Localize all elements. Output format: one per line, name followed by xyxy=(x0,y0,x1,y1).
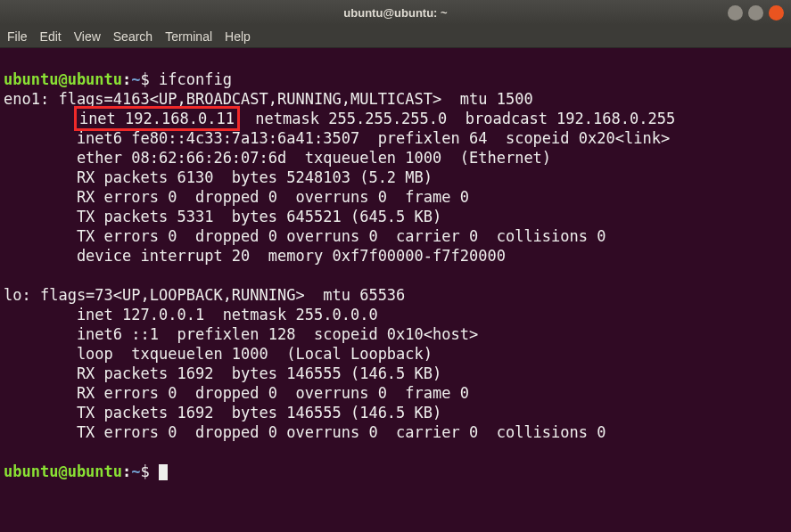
output-line: TX errors 0 dropped 0 overruns 0 carrier… xyxy=(4,423,606,441)
prompt-userhost: ubuntu@ubuntu xyxy=(4,70,122,88)
menu-search[interactable]: Search xyxy=(113,29,152,44)
output-line: netmask 255.255.255.0 broadcast 192.168.… xyxy=(237,110,675,127)
output-line: ether 08:62:66:26:07:6d txqueuelen 1000 … xyxy=(4,149,551,167)
highlighted-inet: inet 192.168.0.11 xyxy=(74,106,240,131)
output-line: RX packets 6130 bytes 5248103 (5.2 MB) xyxy=(4,168,433,186)
output-line: TX packets 5331 bytes 645521 (645.5 KB) xyxy=(4,208,441,225)
output-line: RX packets 1692 bytes 146555 (146.5 KB) xyxy=(4,364,441,382)
output-line xyxy=(4,110,77,127)
output-line: inet 127.0.0.1 netmask 255.0.0.0 xyxy=(4,306,378,323)
menubar: File Edit View Search Terminal Help xyxy=(0,25,791,48)
output-line xyxy=(4,266,12,284)
menu-file[interactable]: File xyxy=(7,29,28,44)
output-line: inet6 ::1 prefixlen 128 scopeid 0x10<hos… xyxy=(4,325,478,343)
menu-terminal[interactable]: Terminal xyxy=(165,29,212,44)
menu-help[interactable]: Help xyxy=(225,29,251,44)
maximize-button[interactable] xyxy=(748,5,763,20)
close-button[interactable] xyxy=(769,5,784,20)
inet-text: inet 192.168.0.11 xyxy=(79,110,235,127)
output-line: RX errors 0 dropped 0 overruns 0 frame 0 xyxy=(4,188,469,206)
output-line: TX packets 1692 bytes 146555 (146.5 KB) xyxy=(4,404,441,422)
terminal-area[interactable]: ubuntu@ubuntu:~$ ifconfig eno1: flags=41… xyxy=(0,48,791,483)
output-line: eno1: flags=4163<UP,BROADCAST,RUNNING,MU… xyxy=(4,90,533,108)
window-controls xyxy=(728,5,784,20)
prompt-symbol: $ xyxy=(141,70,150,88)
titlebar: ubuntu@ubuntu: ~ xyxy=(0,0,791,25)
prompt-sep: : xyxy=(122,462,131,480)
output-line: loop txqueuelen 1000 (Local Loopback) xyxy=(4,345,433,363)
menu-view[interactable]: View xyxy=(74,29,101,44)
command: ifconfig xyxy=(159,70,232,88)
output-line: TX errors 0 dropped 0 overruns 0 carrier… xyxy=(4,227,606,245)
output-line: device interrupt 20 memory 0xf7f00000-f7… xyxy=(4,247,506,265)
output-line: inet6 fe80::4c33:7a13:6a41:3507 prefixle… xyxy=(4,129,670,147)
prompt-symbol: $ xyxy=(141,462,150,480)
minimize-button[interactable] xyxy=(728,5,743,20)
output-line: RX errors 0 dropped 0 overruns 0 frame 0 xyxy=(4,384,469,402)
output-line: lo: flags=73<UP,LOOPBACK,RUNNING> mtu 65… xyxy=(4,286,405,304)
prompt-path: ~ xyxy=(131,462,140,480)
menu-edit[interactable]: Edit xyxy=(40,29,62,44)
cursor xyxy=(159,464,168,480)
prompt-path: ~ xyxy=(131,70,140,88)
prompt-userhost: ubuntu@ubuntu xyxy=(4,462,122,480)
prompt-sep: : xyxy=(122,70,131,88)
output-line xyxy=(4,443,12,461)
window-title: ubuntu@ubuntu: ~ xyxy=(343,6,447,20)
